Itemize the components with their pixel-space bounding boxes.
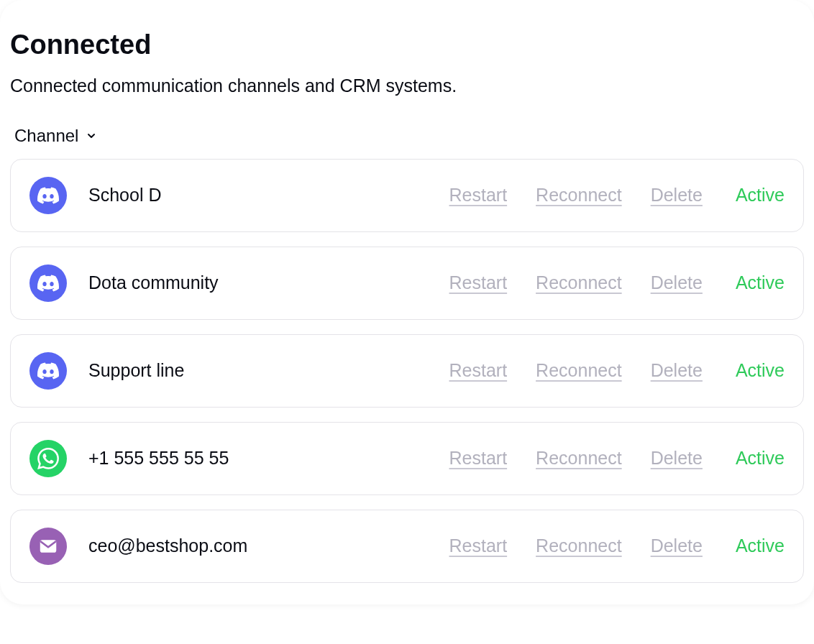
discord-icon [29,352,67,390]
restart-button[interactable]: Restart [449,272,508,293]
reconnect-button[interactable]: Reconnect [536,360,622,381]
delete-button[interactable]: Delete [651,535,703,556]
delete-button[interactable]: Delete [651,272,703,293]
reconnect-button[interactable]: Reconnect [536,448,622,469]
restart-button[interactable]: Restart [449,360,508,381]
channel-row: Support line Restart Reconnect Delete Ac… [10,334,804,408]
channel-name: +1 555 555 55 55 [88,448,428,469]
discord-icon [29,264,67,302]
channel-actions: Restart Reconnect Delete Active [449,272,785,293]
status-badge: Active [736,272,785,293]
channel-info: Support line [88,360,428,381]
channel-sort-dropdown[interactable]: Channel [14,126,97,146]
delete-button[interactable]: Delete [651,360,703,381]
email-icon [29,528,67,565]
channel-name: School D [88,185,428,206]
status-badge: Active [736,185,785,206]
sort-label: Channel [14,126,78,146]
status-badge: Active [736,448,785,469]
channel-row: ceo@bestshop.com Restart Reconnect Delet… [10,510,804,583]
channel-name: Support line [88,360,428,381]
restart-button[interactable]: Restart [449,185,508,206]
channel-row: +1 555 555 55 55 Restart Reconnect Delet… [10,422,804,495]
channel-row: Dota community Restart Reconnect Delete … [10,247,804,320]
delete-button[interactable]: Delete [651,448,703,469]
reconnect-button[interactable]: Reconnect [536,272,622,293]
channel-actions: Restart Reconnect Delete Active [449,448,785,469]
channel-actions: Restart Reconnect Delete Active [449,360,785,381]
restart-button[interactable]: Restart [449,448,508,469]
channel-list: School D Restart Reconnect Delete Active… [10,159,804,583]
discord-icon [29,177,67,214]
channel-info: +1 555 555 55 55 [88,448,428,469]
channel-info: School D [88,185,428,206]
channel-name: ceo@bestshop.com [88,535,428,556]
status-badge: Active [736,360,785,381]
reconnect-button[interactable]: Reconnect [536,185,622,206]
restart-button[interactable]: Restart [449,535,508,556]
delete-button[interactable]: Delete [651,185,703,206]
channel-actions: Restart Reconnect Delete Active [449,185,785,206]
channel-info: Dota community [88,272,428,293]
reconnect-button[interactable]: Reconnect [536,535,622,556]
page-subtitle: Connected communication channels and CRM… [10,73,804,98]
connected-channels-card: Connected Connected communication channe… [0,0,814,604]
whatsapp-icon [29,440,67,477]
page-title: Connected [10,29,804,62]
channel-info: ceo@bestshop.com [88,535,428,556]
channel-actions: Restart Reconnect Delete Active [449,535,785,556]
channel-row: School D Restart Reconnect Delete Active [10,159,804,232]
chevron-down-icon [86,130,97,142]
status-badge: Active [736,535,785,556]
channel-name: Dota community [88,272,428,293]
